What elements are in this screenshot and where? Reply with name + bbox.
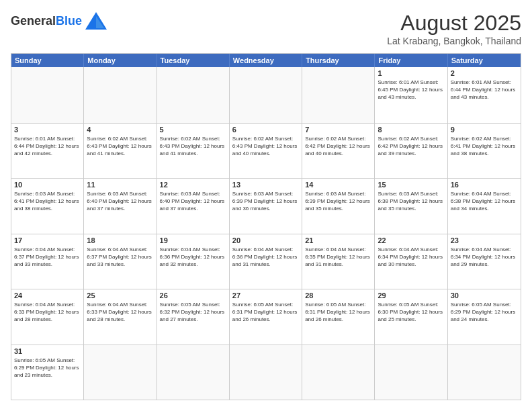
day-info: Sunrise: 6:04 AM Sunset: 6:36 PM Dayligh…	[232, 246, 299, 269]
day-info: Sunrise: 6:02 AM Sunset: 6:43 PM Dayligh…	[160, 135, 226, 158]
empty-cell	[230, 345, 302, 400]
empty-cell	[84, 345, 157, 400]
day-cell-19: 19Sunrise: 6:04 AM Sunset: 6:36 PM Dayli…	[157, 234, 230, 289]
day-number: 22	[378, 236, 444, 244]
day-cell-28: 28Sunrise: 6:05 AM Sunset: 6:31 PM Dayli…	[302, 289, 375, 345]
week-row-3: 17Sunrise: 6:04 AM Sunset: 6:37 PM Dayli…	[11, 234, 521, 289]
empty-cell	[302, 67, 375, 123]
day-number: 6	[232, 126, 299, 134]
day-info: Sunrise: 6:03 AM Sunset: 6:41 PM Dayligh…	[14, 190, 81, 213]
day-number: 19	[160, 236, 226, 244]
header-sunday: Sunday	[11, 54, 84, 67]
day-cell-30: 30Sunrise: 6:05 AM Sunset: 6:29 PM Dayli…	[448, 289, 521, 345]
day-cell-5: 5Sunrise: 6:02 AM Sunset: 6:43 PM Daylig…	[157, 124, 230, 179]
empty-cell	[157, 67, 230, 123]
empty-cell	[11, 67, 84, 123]
day-number: 24	[14, 291, 81, 300]
week-row-2: 10Sunrise: 6:03 AM Sunset: 6:41 PM Dayli…	[11, 178, 521, 234]
logo-text: GeneralBlue	[11, 14, 82, 28]
day-number: 17	[14, 236, 81, 244]
day-info: Sunrise: 6:04 AM Sunset: 6:34 PM Dayligh…	[378, 246, 444, 269]
day-number: 29	[378, 291, 444, 300]
day-number: 5	[160, 126, 226, 134]
day-info: Sunrise: 6:03 AM Sunset: 6:39 PM Dayligh…	[232, 190, 299, 213]
calendar-body: 1Sunrise: 6:01 AM Sunset: 6:45 PM Daylig…	[11, 67, 521, 400]
day-cell-11: 11Sunrise: 6:03 AM Sunset: 6:40 PM Dayli…	[84, 179, 157, 234]
day-cell-14: 14Sunrise: 6:03 AM Sunset: 6:39 PM Dayli…	[302, 179, 375, 234]
header: GeneralBlue August 2025 Lat Krabang, Ban…	[11, 11, 521, 46]
day-cell-2: 2Sunrise: 6:01 AM Sunset: 6:44 PM Daylig…	[448, 67, 521, 123]
day-info: Sunrise: 6:05 AM Sunset: 6:30 PM Dayligh…	[378, 301, 444, 324]
header-tuesday: Tuesday	[157, 54, 230, 67]
day-number: 10	[14, 181, 81, 189]
day-number: 4	[87, 126, 153, 134]
day-cell-24: 24Sunrise: 6:04 AM Sunset: 6:33 PM Dayli…	[11, 289, 84, 345]
logo: GeneralBlue	[11, 11, 108, 31]
week-row-1: 3Sunrise: 6:01 AM Sunset: 6:44 PM Daylig…	[11, 123, 521, 179]
header-thursday: Thursday	[302, 54, 375, 67]
day-cell-20: 20Sunrise: 6:04 AM Sunset: 6:36 PM Dayli…	[230, 234, 302, 289]
day-cell-21: 21Sunrise: 6:04 AM Sunset: 6:35 PM Dayli…	[302, 234, 375, 289]
day-cell-26: 26Sunrise: 6:05 AM Sunset: 6:32 PM Dayli…	[157, 289, 230, 345]
day-info: Sunrise: 6:04 AM Sunset: 6:37 PM Dayligh…	[87, 246, 153, 269]
day-number: 26	[160, 291, 226, 300]
day-info: Sunrise: 6:02 AM Sunset: 6:41 PM Dayligh…	[451, 135, 518, 158]
empty-cell	[448, 345, 521, 400]
day-cell-22: 22Sunrise: 6:04 AM Sunset: 6:34 PM Dayli…	[375, 234, 447, 289]
day-info: Sunrise: 6:03 AM Sunset: 6:40 PM Dayligh…	[160, 190, 226, 213]
day-info: Sunrise: 6:04 AM Sunset: 6:33 PM Dayligh…	[87, 301, 153, 324]
calendar: Sunday Monday Tuesday Wednesday Thursday…	[11, 53, 521, 400]
day-info: Sunrise: 6:01 AM Sunset: 6:44 PM Dayligh…	[14, 135, 81, 158]
day-info: Sunrise: 6:01 AM Sunset: 6:45 PM Dayligh…	[378, 79, 444, 101]
day-cell-31: 31Sunrise: 6:05 AM Sunset: 6:29 PM Dayli…	[11, 345, 84, 400]
empty-cell	[84, 67, 157, 123]
day-cell-16: 16Sunrise: 6:04 AM Sunset: 6:38 PM Dayli…	[448, 179, 521, 234]
day-cell-29: 29Sunrise: 6:05 AM Sunset: 6:30 PM Dayli…	[375, 289, 447, 345]
day-info: Sunrise: 6:03 AM Sunset: 6:39 PM Dayligh…	[305, 190, 371, 213]
day-info: Sunrise: 6:03 AM Sunset: 6:38 PM Dayligh…	[378, 190, 444, 213]
page: GeneralBlue August 2025 Lat Krabang, Ban…	[0, 0, 532, 411]
day-cell-10: 10Sunrise: 6:03 AM Sunset: 6:41 PM Dayli…	[11, 179, 84, 234]
location: Lat Krabang, Bangkok, Thailand	[387, 36, 521, 46]
day-number: 8	[378, 126, 444, 134]
day-info: Sunrise: 6:01 AM Sunset: 6:44 PM Dayligh…	[451, 79, 518, 101]
day-info: Sunrise: 6:05 AM Sunset: 6:29 PM Dayligh…	[451, 301, 518, 324]
day-number: 3	[14, 126, 81, 134]
day-number: 27	[232, 291, 299, 300]
day-number: 7	[305, 126, 371, 134]
empty-cell	[375, 345, 447, 400]
day-number: 30	[451, 291, 518, 300]
day-cell-4: 4Sunrise: 6:02 AM Sunset: 6:43 PM Daylig…	[84, 124, 157, 179]
day-info: Sunrise: 6:05 AM Sunset: 6:31 PM Dayligh…	[232, 301, 299, 324]
week-row-5: 31Sunrise: 6:05 AM Sunset: 6:29 PM Dayli…	[11, 345, 521, 400]
day-number: 20	[232, 236, 299, 244]
day-info: Sunrise: 6:04 AM Sunset: 6:33 PM Dayligh…	[14, 301, 81, 324]
header-monday: Monday	[84, 54, 157, 67]
header-wednesday: Wednesday	[230, 54, 302, 67]
empty-cell	[302, 345, 375, 400]
day-cell-3: 3Sunrise: 6:01 AM Sunset: 6:44 PM Daylig…	[11, 124, 84, 179]
header-friday: Friday	[375, 54, 447, 67]
day-info: Sunrise: 6:02 AM Sunset: 6:43 PM Dayligh…	[232, 135, 299, 158]
day-number: 11	[87, 181, 153, 189]
day-number: 9	[451, 126, 518, 134]
day-cell-23: 23Sunrise: 6:04 AM Sunset: 6:34 PM Dayli…	[448, 234, 521, 289]
day-number: 18	[87, 236, 153, 244]
day-info: Sunrise: 6:02 AM Sunset: 6:43 PM Dayligh…	[87, 135, 153, 158]
day-info: Sunrise: 6:04 AM Sunset: 6:35 PM Dayligh…	[305, 246, 371, 269]
day-number: 28	[305, 291, 371, 300]
day-number: 2	[451, 69, 518, 77]
title-area: August 2025 Lat Krabang, Bangkok, Thaila…	[387, 11, 521, 46]
day-cell-6: 6Sunrise: 6:02 AM Sunset: 6:43 PM Daylig…	[230, 124, 302, 179]
day-cell-18: 18Sunrise: 6:04 AM Sunset: 6:37 PM Dayli…	[84, 234, 157, 289]
day-info: Sunrise: 6:04 AM Sunset: 6:38 PM Dayligh…	[451, 190, 518, 213]
logo-icon	[84, 11, 108, 31]
day-info: Sunrise: 6:04 AM Sunset: 6:37 PM Dayligh…	[14, 246, 81, 269]
day-number: 13	[232, 181, 299, 189]
day-cell-13: 13Sunrise: 6:03 AM Sunset: 6:39 PM Dayli…	[230, 179, 302, 234]
day-cell-8: 8Sunrise: 6:02 AM Sunset: 6:42 PM Daylig…	[375, 124, 447, 179]
day-cell-1: 1Sunrise: 6:01 AM Sunset: 6:45 PM Daylig…	[375, 67, 447, 123]
day-info: Sunrise: 6:02 AM Sunset: 6:42 PM Dayligh…	[378, 135, 444, 158]
week-row-4: 24Sunrise: 6:04 AM Sunset: 6:33 PM Dayli…	[11, 289, 521, 345]
day-info: Sunrise: 6:05 AM Sunset: 6:32 PM Dayligh…	[160, 301, 226, 324]
